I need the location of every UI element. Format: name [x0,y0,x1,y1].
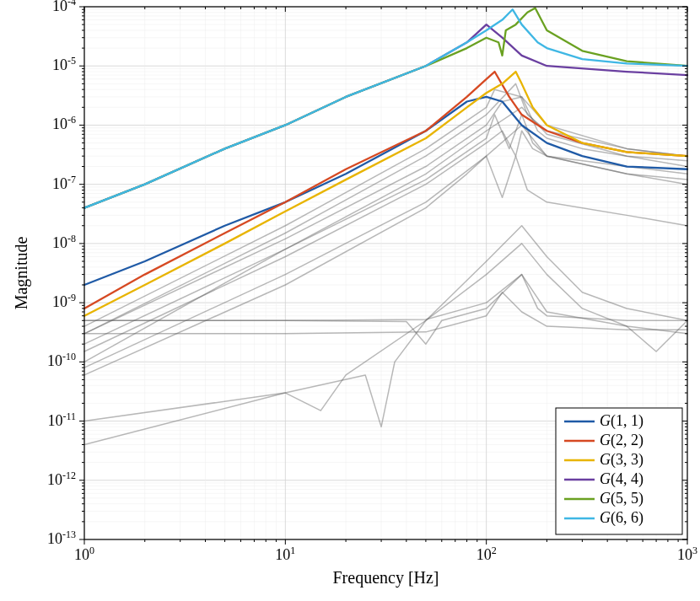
y-axis-label: Magnitude [12,237,31,310]
legend: G(1, 1)G(2, 2)G(3, 3)G(4, 4)G(5, 5)G(6, … [556,408,682,534]
svg-text:10-9: 10-9 [52,292,76,310]
legend-entry-1: G(1, 1) [600,412,643,430]
svg-text:101: 101 [275,545,295,563]
svg-text:10-7: 10-7 [52,174,76,192]
x-axis-label: Frequency [Hz] [332,568,439,588]
legend-entry-6: G(6, 6) [600,509,643,527]
svg-text:10-5: 10-5 [52,55,76,73]
legend-entry-5: G(5, 5) [600,490,643,507]
svg-text:10-4: 10-4 [52,0,76,14]
svg-text:10-13: 10-13 [47,529,76,547]
legend-entry-4: G(4, 4) [600,470,643,488]
svg-text:10-10: 10-10 [47,351,76,369]
legend-entry-2: G(2, 2) [600,432,643,449]
bode-magnitude-plot: 10010110210310-1310-1210-1110-1010-910-8… [0,0,700,601]
legend-entry-3: G(3, 3) [600,451,643,469]
svg-text:10-12: 10-12 [47,470,76,488]
svg-text:100: 100 [74,545,94,563]
svg-text:10-11: 10-11 [47,411,76,429]
svg-text:103: 103 [677,545,697,563]
svg-text:10-8: 10-8 [52,233,76,251]
svg-text:102: 102 [477,545,497,563]
svg-text:10-6: 10-6 [52,114,76,132]
